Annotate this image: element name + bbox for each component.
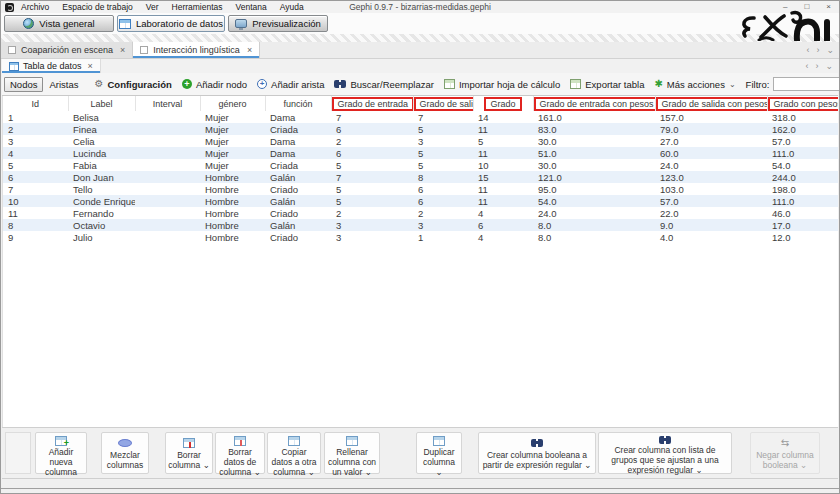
cell[interactable]: 11: [473, 195, 533, 207]
tab-tabla-de-datos[interactable]: Tabla de datos ×: [2, 59, 101, 73]
cell[interactable]: Galán: [265, 195, 331, 207]
cell[interactable]: 11: [3, 207, 68, 219]
cell[interactable]: Mujer: [200, 123, 265, 135]
column-header-grado-de-salida[interactable]: Grado de salida: [413, 96, 473, 111]
column-header-genero[interactable]: género: [200, 96, 265, 111]
cell[interactable]: 11: [473, 147, 533, 159]
menu-ver[interactable]: Ver: [146, 2, 159, 12]
cell[interactable]: Fabia: [68, 159, 135, 171]
table-row[interactable]: 6Don JuanHombreGalán7815121.0123.0244.0: [3, 171, 838, 183]
cell[interactable]: 7: [3, 183, 68, 195]
cell[interactable]: 79.0: [655, 123, 767, 135]
column-header-grado-de-entrada[interactable]: Grado de entrada: [331, 96, 413, 111]
menu-espacio-de-trabajo[interactable]: Espacio de trabajo: [62, 2, 132, 12]
table-row[interactable]: 7TelloHombreCriado561195.0103.0198.0: [3, 183, 838, 195]
cell[interactable]: Celia: [68, 135, 135, 147]
cell[interactable]: [135, 231, 200, 243]
cell[interactable]: Mujer: [200, 159, 265, 171]
cell[interactable]: 46.0: [767, 207, 838, 219]
table-row[interactable]: 2FineaMujerCriada651183.079.0162.0: [3, 123, 838, 135]
cell[interactable]: 123.0: [655, 171, 767, 183]
close-tab-icon[interactable]: ×: [247, 45, 252, 55]
cell[interactable]: Criado: [265, 207, 331, 219]
cell[interactable]: 54.0: [767, 159, 838, 171]
close-icon[interactable]: ×: [826, 1, 831, 13]
cell[interactable]: 27.0: [655, 135, 767, 147]
panel-list-icon[interactable]: ⌄: [825, 61, 833, 71]
column-header-grado[interactable]: Grado: [473, 96, 533, 111]
close-tab-icon[interactable]: ×: [120, 45, 125, 55]
table-row[interactable]: 1BelisaMujerDama7714161.0157.0318.0: [3, 111, 838, 123]
cell[interactable]: 5: [3, 159, 68, 171]
cell[interactable]: Hombre: [200, 207, 265, 219]
cell[interactable]: Finea: [68, 123, 135, 135]
importar-hoja-button[interactable]: Importar hoja de cálculo: [444, 79, 560, 90]
cell[interactable]: [135, 171, 200, 183]
cell[interactable]: 22.0: [655, 207, 767, 219]
menu-ventana[interactable]: Ventana: [236, 2, 267, 12]
cell[interactable]: 24.0: [655, 159, 767, 171]
cell[interactable]: 9.0: [655, 219, 767, 231]
action-copiar-datos-a-otra-columna[interactable]: Copiar datos a otra columna ⌄: [267, 432, 321, 474]
cell[interactable]: 2: [413, 207, 473, 219]
action-anadir-nueva-columna[interactable]: Añadir nueva columna: [35, 432, 87, 474]
anadir-nodo-button[interactable]: + Añadir nodo: [182, 79, 247, 90]
table-row[interactable]: 8OctavioHombreGalán3368.09.017.0: [3, 219, 838, 231]
cell[interactable]: Hombre: [200, 171, 265, 183]
cell[interactable]: 6: [473, 219, 533, 231]
cell[interactable]: 10: [473, 159, 533, 171]
cell[interactable]: Galán: [265, 219, 331, 231]
cell[interactable]: 51.0: [533, 147, 655, 159]
cell[interactable]: 4: [3, 147, 68, 159]
cell[interactable]: 30.0: [533, 135, 655, 147]
cell[interactable]: [135, 219, 200, 231]
cell[interactable]: Criada: [265, 159, 331, 171]
cell[interactable]: 3: [413, 219, 473, 231]
cell[interactable]: 157.0: [655, 111, 767, 123]
configuracion-button[interactable]: ⚙ Configuración: [95, 79, 172, 90]
cell[interactable]: 5: [413, 159, 473, 171]
cell[interactable]: 6: [331, 123, 413, 135]
cell[interactable]: Mujer: [200, 147, 265, 159]
cell[interactable]: Dama: [265, 135, 331, 147]
cell[interactable]: Mujer: [200, 111, 265, 123]
cell[interactable]: Lucinda: [68, 147, 135, 159]
cell[interactable]: Hombre: [200, 183, 265, 195]
cell[interactable]: 57.0: [767, 135, 838, 147]
cell[interactable]: Tello: [68, 183, 135, 195]
maximize-icon[interactable]: □: [804, 1, 809, 13]
cell[interactable]: 103.0: [655, 183, 767, 195]
column-header-grado-con-pesos[interactable]: Grado con pesos: [767, 96, 838, 111]
cell[interactable]: 3: [331, 231, 413, 243]
cell[interactable]: 10: [3, 195, 68, 207]
action-crear-columna-booleana-a-partir-de-expresion-regular[interactable]: Crear columna booleana a partir de expre…: [478, 432, 596, 474]
cell[interactable]: 57.0: [655, 195, 767, 207]
action-duplicar-columna[interactable]: Duplicar columna ⌄: [416, 432, 462, 474]
cell[interactable]: [135, 183, 200, 195]
tab-next-icon[interactable]: ›: [816, 45, 819, 55]
cell[interactable]: 4.0: [655, 231, 767, 243]
table-row[interactable]: 3CeliaMujerDama23530.027.057.0: [3, 135, 838, 147]
cell[interactable]: Hombre: [200, 219, 265, 231]
cell[interactable]: Criado: [265, 183, 331, 195]
workspace-tab-interaccion-linguistica[interactable]: Interacción lingüística×: [133, 42, 260, 58]
cell[interactable]: Galán: [265, 171, 331, 183]
cell[interactable]: [135, 135, 200, 147]
cell[interactable]: 6: [331, 147, 413, 159]
nodos-toggle[interactable]: Nodos: [4, 77, 43, 92]
cell[interactable]: 7: [331, 171, 413, 183]
tab-prev-icon[interactable]: ‹: [806, 45, 809, 55]
exportar-tabla-button[interactable]: Exportar tabla: [570, 79, 644, 90]
column-header-id[interactable]: Id: [3, 96, 68, 111]
cell[interactable]: 5: [331, 195, 413, 207]
minimize-icon[interactable]: –: [783, 1, 787, 13]
cell[interactable]: 161.0: [533, 111, 655, 123]
action-mezclar-columnas[interactable]: Mezclar columnas: [101, 432, 149, 474]
cell[interactable]: 24.0: [533, 207, 655, 219]
cell[interactable]: 1: [413, 231, 473, 243]
cell[interactable]: [135, 207, 200, 219]
cell[interactable]: 3: [331, 219, 413, 231]
view-button-laboratorio-de-datos[interactable]: Laboratorio de datos: [117, 15, 225, 32]
action-borrar-columna[interactable]: Borrar columna ⌄: [165, 432, 213, 474]
mas-acciones-button[interactable]: ✱ Más acciones ⌄: [654, 79, 735, 90]
